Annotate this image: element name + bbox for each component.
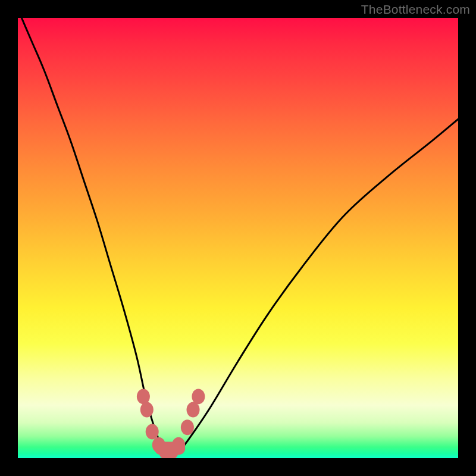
threshold-markers (137, 389, 205, 458)
threshold-dot (192, 389, 205, 404)
chart-stage: TheBottleneck.com (0, 0, 476, 476)
threshold-dot (181, 419, 194, 435)
curve-right-branch (170, 119, 458, 456)
watermark-text: TheBottleneck.com (361, 2, 470, 17)
chart-svg (18, 18, 458, 458)
threshold-dot (187, 402, 200, 418)
threshold-dot (137, 389, 150, 404)
threshold-dot (146, 424, 159, 440)
threshold-dot (140, 402, 154, 418)
threshold-capsule (154, 442, 185, 455)
plot-area (18, 18, 458, 458)
